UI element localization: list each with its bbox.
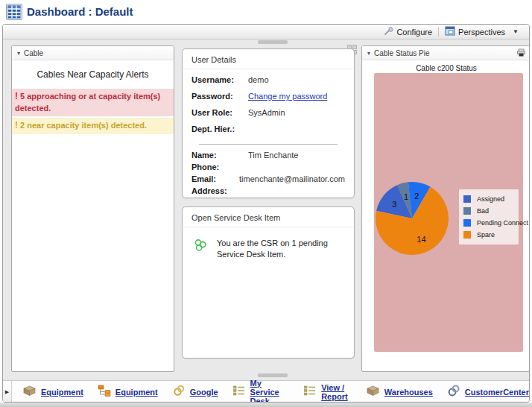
cable-panel-header[interactable]: ▾ Cable	[12, 46, 174, 60]
toolbar-separator	[438, 27, 439, 37]
pie-panel-header[interactable]: ▾ Cable Status Pie	[362, 46, 530, 60]
row-phone: Phone:	[191, 163, 345, 174]
divider	[199, 144, 338, 145]
link-equipment-2[interactable]: Equipment	[98, 384, 158, 400]
legend-swatch	[463, 219, 471, 227]
print-icon[interactable]	[516, 48, 526, 59]
link-label: Google	[190, 388, 218, 397]
link-equipment-1[interactable]: Equipment	[22, 385, 83, 400]
perspectives-window-icon	[445, 26, 455, 37]
link-label: Equipment	[41, 388, 83, 397]
legend-label: Spare	[477, 231, 495, 239]
cable-panel: ▾ Cable Cables Near Capacity Alerts !5 a…	[11, 45, 174, 372]
field-label: Phone:	[191, 163, 248, 174]
column-drag-handle-top[interactable]	[258, 40, 288, 44]
row-user-role: User Role: SysAdmin	[191, 108, 345, 124]
user-details-rows: Username: demo Password: Change my passw…	[183, 69, 354, 198]
top-toolbar: Configure Perspectives ▼	[3, 25, 529, 40]
pie-legend: AssignedBadPending ConnectSpare	[459, 189, 519, 244]
exclamation-icon: !	[15, 91, 18, 101]
footer-strip	[0, 403, 532, 407]
perspectives-label: Perspectives	[458, 28, 505, 37]
cable-panel-title: Cable	[24, 49, 43, 57]
service-desk-rings-icon	[193, 238, 208, 261]
field-label: Password:	[191, 92, 248, 108]
link-label: Equipment	[115, 388, 158, 397]
list-icon	[303, 385, 317, 400]
perspectives-button[interactable]: Perspectives ▼	[440, 25, 523, 38]
field-label: Email:	[191, 174, 239, 186]
field-value: Tim Enchante	[248, 151, 298, 163]
field-value: SysAdmin	[248, 108, 285, 124]
row-password: Password: Change my password	[191, 92, 345, 108]
box-icon	[22, 385, 37, 400]
shortcut-links: Equipment Equipment	[12, 379, 529, 403]
pie-value-label: 1	[404, 192, 408, 201]
legend-item: Pending Connect	[463, 219, 514, 227]
link-customercenter[interactable]: CustomerCenter	[447, 384, 529, 400]
dashboard-screen: Dashboard : Default Configure	[0, 0, 532, 407]
legend-swatch	[463, 207, 471, 215]
legend-item: Spare	[463, 231, 514, 239]
exclamation-icon: !	[15, 120, 18, 130]
field-value: timenchante@mailinator.com	[239, 174, 345, 186]
chain-icon	[447, 384, 460, 400]
alert-text: 2 near capacity item(s) detected.	[20, 121, 147, 130]
link-warehouses[interactable]: Warehouses	[366, 385, 433, 400]
list-icon	[232, 385, 246, 400]
row-address: Address:	[191, 186, 345, 198]
alert-text: 5 approaching or at capacity item(s) det…	[15, 92, 160, 113]
legend-item: Assigned	[463, 195, 514, 203]
field-label: Name:	[191, 151, 248, 163]
collapse-arrow-icon[interactable]: ▾	[17, 50, 20, 57]
gold-rings-icon	[172, 384, 186, 400]
link-label: My Service Desk	[250, 379, 290, 403]
field-label: User Role:	[191, 108, 248, 124]
chart-title: Cable c200 Status	[362, 64, 530, 72]
page-title: Dashboard : Default	[27, 5, 133, 18]
row-dept-hier: Dept. Hier.:	[191, 124, 345, 141]
configure-wrench-icon	[384, 26, 393, 37]
service-desk-message: You are the CSR on 1 pending Service Des…	[217, 238, 343, 261]
alert-list: !5 approaching or at capacity item(s) de…	[12, 89, 174, 134]
cable-status-pie-panel: ▾ Cable Status Pie Cable c200 Status 312…	[361, 45, 530, 372]
collapse-arrow-icon[interactable]: ▾	[367, 50, 370, 57]
service-desk-content: You are the CSR on 1 pending Service Des…	[183, 227, 354, 261]
legend-label: Pending Connect	[477, 219, 528, 227]
chevron-down-icon[interactable]: ▼	[513, 28, 519, 35]
link-label: CustomerCenter	[465, 388, 529, 397]
alert-critical: !5 approaching or at capacity item(s) de…	[12, 89, 174, 116]
change-password-link[interactable]: Change my password	[248, 92, 327, 108]
cable-alerts-heading: Cables Near Capacity Alerts	[12, 69, 174, 80]
link-label: Warehouses	[384, 388, 433, 397]
bottom-toolbar: ▶ Equipment	[3, 380, 529, 403]
pie-panel-title: Cable Status Pie	[374, 49, 430, 57]
service-desk-card: Open Service Desk Item You are the CSR o…	[182, 206, 355, 359]
user-details-card: User Details Username: demo Password: Ch…	[182, 48, 355, 198]
pie-value-label: 2	[414, 192, 419, 201]
row-name: Name: Tim Enchante	[191, 151, 345, 163]
legend-swatch	[463, 195, 471, 203]
app-header: Dashboard : Default	[0, 0, 532, 24]
pie-value-label: 3	[392, 200, 396, 209]
column-drag-handle-bottom[interactable]	[258, 373, 288, 377]
field-label: Address:	[191, 186, 248, 198]
configure-label: Configure	[396, 28, 432, 37]
field-label: Username:	[191, 75, 248, 92]
dashboard-grid-icon	[6, 4, 22, 20]
legend-label: Bad	[477, 207, 489, 215]
link-google[interactable]: Google	[172, 384, 218, 400]
row-email: Email: timenchante@mailinator.com	[191, 174, 345, 186]
service-desk-header: Open Service Desk Item	[183, 207, 354, 227]
configure-button[interactable]: Configure	[379, 25, 437, 38]
link-my-service-desk[interactable]: My Service Desk	[232, 379, 290, 403]
dashboard-window: Configure Perspectives ▼ ▾ Cable	[2, 24, 530, 403]
legend-label: Assigned	[477, 195, 504, 203]
row-username: Username: demo	[191, 75, 345, 92]
link-label: View / Report	[321, 383, 352, 401]
legend-item: Bad	[463, 207, 514, 215]
toolbar-collapse-arrow[interactable]: ▶	[3, 381, 12, 403]
link-view-report[interactable]: View / Report	[303, 383, 352, 401]
field-value: demo	[248, 75, 269, 92]
user-details-header: User Details	[183, 49, 354, 69]
